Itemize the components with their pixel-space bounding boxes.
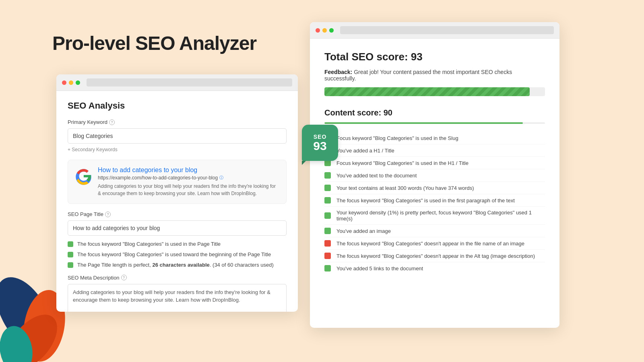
check-text: Your keyword density (1%) is pretty perf… xyxy=(336,210,545,222)
content-score-progress-fill xyxy=(324,122,523,124)
browser-dot-yellow xyxy=(322,28,327,33)
check-icon-green xyxy=(324,265,331,272)
right-check-item: Your keyword density (1%) is pretty perf… xyxy=(324,207,545,225)
serp-url-info-icon: ⓘ xyxy=(219,175,223,181)
right-check-item: You've added text to the document xyxy=(324,169,545,182)
browser-dot-green xyxy=(76,80,80,85)
right-check-item: Focus keyword "Blog Categories" is used … xyxy=(324,157,545,169)
left-browser-window: SEO Analysis Primary Keyword ? + Seconda… xyxy=(56,74,298,312)
seo-page-title-input[interactable] xyxy=(68,220,287,236)
primary-keyword-info-icon[interactable]: ? xyxy=(109,119,115,125)
left-panel-content: SEO Analysis Primary Keyword ? + Seconda… xyxy=(56,91,298,312)
right-panel-content: Total SEO score: 93 Feedback: Great job!… xyxy=(310,39,559,328)
total-score-progress-bar xyxy=(324,87,545,96)
check-item: The focus keyword "Blog Categories" is u… xyxy=(68,241,287,248)
right-check-item: You've added 5 links to the document xyxy=(324,262,545,274)
check-text: The focus keyword "Blog Categories" is u… xyxy=(77,251,271,258)
content-score-progress-bar xyxy=(324,122,545,124)
browser-dot-yellow xyxy=(69,80,73,85)
check-text: You've added 5 links to the document xyxy=(336,265,423,272)
check-text: The Page Title length is perfect, 26 cha… xyxy=(77,261,274,269)
total-score-progress-fill xyxy=(324,87,530,96)
right-check-item: The focus keyword "Blog Categories" is u… xyxy=(324,194,545,207)
check-icon-green xyxy=(68,252,73,257)
check-text: The focus keyword "Blog Categories" does… xyxy=(336,253,535,259)
check-text: You've added text to the document xyxy=(336,173,417,179)
check-icon-red xyxy=(324,240,331,247)
serp-preview: How to add categories to your blog https… xyxy=(68,160,287,204)
google-logo-icon xyxy=(74,167,92,185)
check-text: You've added a H1 / Title xyxy=(336,148,394,154)
right-check-item: You've added an image xyxy=(324,225,545,237)
primary-keyword-label: Primary Keyword ? xyxy=(68,119,287,125)
check-icon-green xyxy=(324,185,331,191)
browser-chrome-left xyxy=(56,74,298,91)
right-browser-window: Total SEO score: 93 Feedback: Great job!… xyxy=(310,22,559,328)
check-icon-green xyxy=(68,262,73,268)
right-check-item: You've added a H1 / Title xyxy=(324,144,545,157)
content-score-title: Content score: 90 xyxy=(324,108,545,117)
check-text: Focus keyword "Blog Categories" is used … xyxy=(336,135,458,141)
check-icon-green xyxy=(324,197,331,204)
check-text: Focus keyword "Blog Categories" is used … xyxy=(336,160,469,166)
svg-point-3 xyxy=(0,323,36,362)
page-title-checks: The focus keyword "Blog Categories" is u… xyxy=(68,241,287,269)
serp-title: How to add categories to your blog xyxy=(98,167,280,174)
svg-point-2 xyxy=(0,306,67,362)
check-text: The focus keyword "Blog Categories" is u… xyxy=(77,241,221,248)
check-icon-green xyxy=(324,228,331,234)
feedback-label: Feedback: xyxy=(324,69,352,75)
seo-score-badge: SEO 93 xyxy=(302,125,338,161)
check-text: Your text contains at least 300 words (Y… xyxy=(336,185,474,191)
page-title: Pro-level SEO Analyzer xyxy=(52,32,256,54)
right-check-item: The focus keyword "Blog Categories" does… xyxy=(324,250,545,262)
primary-keyword-input[interactable] xyxy=(68,128,287,144)
browser-dot-red xyxy=(62,80,66,85)
feedback-line: Feedback: Great job! Your content passed… xyxy=(324,69,545,82)
serp-content: How to add categories to your blog https… xyxy=(98,167,280,197)
left-panel-title: SEO Analysis xyxy=(68,101,287,111)
seo-page-title-label: SEO Page Title ? xyxy=(68,211,287,217)
check-icon-green xyxy=(68,241,73,247)
seo-page-title-info-icon[interactable]: ? xyxy=(105,212,111,217)
total-score-title: Total SEO score: 93 xyxy=(324,51,545,63)
secondary-keywords-link[interactable]: + Secondary Keywords xyxy=(68,147,287,152)
serp-description: Adding categories to your blog will help… xyxy=(98,183,280,197)
meta-desc-label: SEO Meta Description ? xyxy=(68,275,287,281)
right-check-item: Focus keyword "Blog Categories" is used … xyxy=(324,132,545,144)
check-item: The Page Title length is perfect, 26 cha… xyxy=(68,261,287,269)
check-icon-green xyxy=(324,212,331,219)
check-text: You've added an image xyxy=(336,228,391,234)
browser-address-bar xyxy=(340,26,554,34)
check-icon-green xyxy=(324,172,331,179)
browser-dot-red xyxy=(316,28,320,33)
browser-dot-green xyxy=(329,28,334,33)
check-text: The focus keyword "Blog Categories" does… xyxy=(336,241,524,247)
browser-address-bar xyxy=(87,78,292,86)
meta-desc-info-icon[interactable]: ? xyxy=(121,275,127,280)
feedback-text: Great job! Your content passed the most … xyxy=(324,69,512,82)
content-check-list: Focus keyword "Blog Categories" is used … xyxy=(324,132,545,274)
svg-point-0 xyxy=(0,268,64,360)
seo-badge-score: 93 xyxy=(313,140,326,152)
serp-url: https://example.com/how-to-add-categorie… xyxy=(98,175,280,181)
meta-desc-textarea[interactable] xyxy=(68,284,287,312)
check-item: The focus keyword "Blog Categories" is u… xyxy=(68,251,287,258)
right-check-item: The focus keyword "Blog Categories" does… xyxy=(324,237,545,250)
browser-chrome-right xyxy=(310,22,559,39)
right-check-item: Your text contains at least 300 words (Y… xyxy=(324,182,545,194)
check-text: The focus keyword "Blog Categories" is u… xyxy=(336,197,515,204)
check-icon-red xyxy=(324,253,331,259)
